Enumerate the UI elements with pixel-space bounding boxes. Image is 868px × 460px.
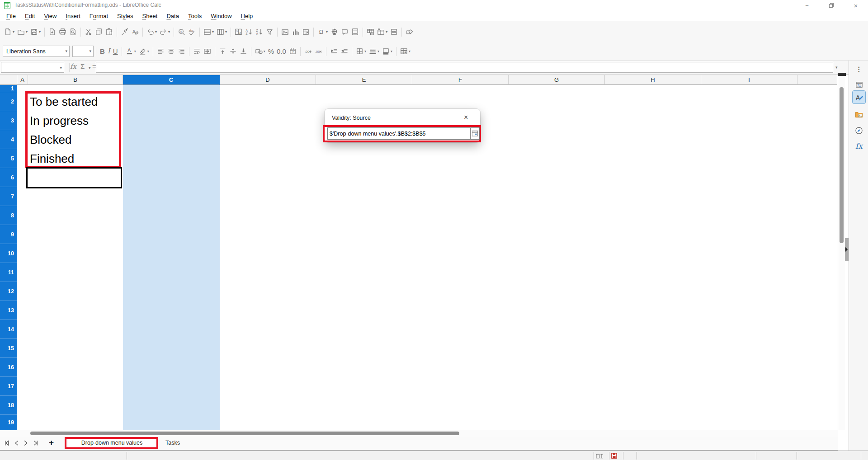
row-header-1[interactable]: 1 xyxy=(0,85,17,92)
horizontal-scrollbar-thumb[interactable] xyxy=(30,432,459,435)
row-header-12[interactable]: 12 xyxy=(0,282,17,301)
row-header-15[interactable]: 15 xyxy=(0,339,17,358)
align-bottom-button[interactable] xyxy=(238,45,249,58)
vertical-split-handle[interactable] xyxy=(838,73,846,76)
delete-decimal-button[interactable]: .00 xyxy=(313,45,324,58)
row-header-9[interactable]: 9 xyxy=(0,225,17,244)
font-size-combo[interactable]: ▾ xyxy=(72,46,94,57)
print-area-button[interactable] xyxy=(365,26,376,38)
bold-button[interactable]: B xyxy=(99,45,106,58)
column-header-H[interactable]: H xyxy=(605,75,701,85)
align-center-button[interactable] xyxy=(166,45,176,58)
minimize-button[interactable]: − xyxy=(795,0,819,11)
font-color-button[interactable]: A▾ xyxy=(124,45,137,58)
menu-view[interactable]: View xyxy=(39,12,61,20)
center-vertically-button[interactable] xyxy=(228,45,238,58)
last-sheet-button[interactable] xyxy=(32,440,40,447)
special-character-button[interactable]: Ω▾ xyxy=(316,26,329,38)
sidebar-tab-navigator[interactable] xyxy=(852,124,866,137)
underline-button[interactable]: U xyxy=(112,45,119,58)
name-box[interactable]: ▾ xyxy=(1,62,64,73)
unsaved-changes-icon[interactable] xyxy=(611,452,617,460)
column-header-D[interactable]: D xyxy=(220,75,316,85)
vertical-scrollbar-thumb[interactable] xyxy=(840,87,844,243)
wrap-text-button[interactable] xyxy=(192,45,202,58)
paste-button[interactable] xyxy=(104,26,114,38)
column-header-E[interactable]: E xyxy=(316,75,412,85)
export-pdf-button[interactable] xyxy=(47,26,57,38)
function-wizard-button[interactable]: fx xyxy=(70,62,76,70)
new-document-button[interactable]: ▾ xyxy=(3,26,16,38)
column-header-B[interactable]: B xyxy=(28,75,123,85)
next-sheet-button[interactable] xyxy=(23,440,31,447)
align-left-button[interactable] xyxy=(156,45,166,58)
formula-input-line[interactable] xyxy=(96,62,833,73)
row-header-5[interactable]: 5 xyxy=(0,149,17,168)
add-decimal-button[interactable]: .00 xyxy=(303,45,313,58)
column-header-I[interactable]: I xyxy=(701,75,797,85)
redo-button[interactable]: ▾ xyxy=(158,26,171,38)
menu-data[interactable]: Data xyxy=(162,12,183,20)
sort-descending-button[interactable]: ZA xyxy=(254,26,264,38)
open-file-button[interactable]: ▾ xyxy=(16,26,29,38)
close-button[interactable]: × xyxy=(844,0,868,11)
sidebar-tab-styles[interactable]: A xyxy=(852,90,866,104)
add-sheet-button[interactable]: + xyxy=(49,438,54,448)
vertical-scrollbar[interactable] xyxy=(838,76,845,430)
conditional-formatting-button[interactable]: ≠▾ xyxy=(399,45,412,58)
dialog-close-icon[interactable]: × xyxy=(464,113,468,122)
format-number-button[interactable]: 0.0 xyxy=(275,45,288,58)
decrease-indent-button[interactable] xyxy=(339,45,349,58)
horizontal-scrollbar[interactable] xyxy=(0,430,838,437)
format-currency-button[interactable]: ▾ xyxy=(254,45,267,58)
shrink-button[interactable] xyxy=(471,127,480,140)
row-header-8[interactable]: 8 xyxy=(0,206,17,225)
freeze-rows-columns-button[interactable]: ▾ xyxy=(376,26,389,38)
restore-button[interactable] xyxy=(819,0,844,11)
increase-indent-button[interactable] xyxy=(329,45,339,58)
sum-button[interactable]: Σ xyxy=(80,62,85,70)
italic-button[interactable]: I xyxy=(106,45,112,58)
align-top-button[interactable] xyxy=(217,45,228,58)
border-color-button[interactable]: ▾ xyxy=(381,45,394,58)
copy-button[interactable] xyxy=(94,26,104,38)
menu-help[interactable]: Help xyxy=(236,12,258,20)
chevron-down-icon[interactable]: ▾ xyxy=(89,66,91,70)
menu-file[interactable]: File xyxy=(2,12,20,20)
align-right-button[interactable] xyxy=(176,45,187,58)
menu-format[interactable]: Format xyxy=(85,12,113,20)
previous-sheet-button[interactable] xyxy=(13,440,21,447)
row-header-19[interactable]: 19 xyxy=(0,415,17,430)
row-header-11[interactable]: 11 xyxy=(0,263,17,282)
spelling-button[interactable]: abc xyxy=(187,26,197,38)
menu-insert[interactable]: Insert xyxy=(61,12,85,20)
save-button[interactable]: ▾ xyxy=(29,26,42,38)
sort-ascending-button[interactable]: AZ xyxy=(244,26,254,38)
source-range-input[interactable]: $'Drop-down menu values'.$B$2:$B$5 xyxy=(327,127,471,140)
menu-edit[interactable]: Edit xyxy=(20,12,39,20)
clone-formatting-button[interactable] xyxy=(119,26,130,38)
column-header-C[interactable]: C xyxy=(123,75,220,85)
insert-rows-button[interactable]: ▾ xyxy=(202,26,215,38)
row-header-14[interactable]: 14 xyxy=(0,320,17,339)
row-header-16[interactable]: 16 xyxy=(0,358,17,377)
undo-button[interactable]: ▾ xyxy=(145,26,158,38)
insert-pivot-table-button[interactable] xyxy=(301,26,311,38)
select-all-corner[interactable] xyxy=(0,75,17,85)
insert-chart-button[interactable] xyxy=(290,26,301,38)
sheet-tab-tasks[interactable]: Tasks xyxy=(161,437,184,449)
first-sheet-button[interactable] xyxy=(4,440,12,447)
autofilter-button[interactable] xyxy=(264,26,275,38)
row-header-18[interactable]: 18 xyxy=(0,396,17,415)
menu-tools[interactable]: Tools xyxy=(184,12,206,20)
headers-footers-button[interactable] xyxy=(350,26,360,38)
show-draw-functions-button[interactable] xyxy=(404,26,415,38)
insert-comment-button[interactable] xyxy=(340,26,350,38)
cut-button[interactable] xyxy=(83,26,94,38)
row-header-4[interactable]: 4 xyxy=(0,130,17,149)
format-percent-button[interactable]: % xyxy=(267,45,275,58)
insert-image-button[interactable] xyxy=(280,26,290,38)
find-replace-button[interactable]: a xyxy=(176,26,187,38)
row-header-3[interactable]: 3 xyxy=(0,111,17,130)
split-window-button[interactable] xyxy=(389,26,399,38)
